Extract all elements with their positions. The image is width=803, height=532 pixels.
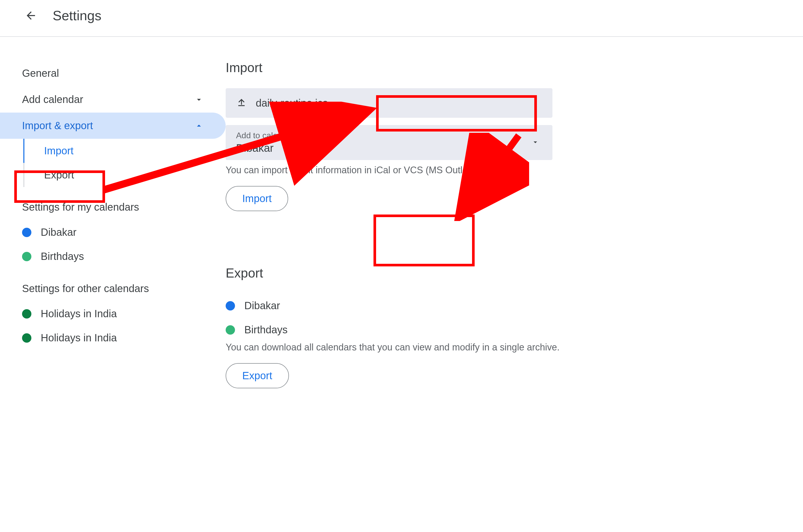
color-dot [22,333,32,343]
calendar-item-dibakar[interactable]: Dibakar [0,220,226,244]
export-calendar-list: Dibakar Birthdays [226,293,628,342]
add-to-calendar-dropdown[interactable]: Add to calendar Dibakar [226,125,552,160]
indicator-line [23,163,24,187]
export-calendar-birthdays: Birthdays [226,318,628,342]
export-calendar-dibakar: Dibakar [226,293,628,318]
color-dot [22,228,32,237]
sidebar-item-label: Import & export [22,120,93,132]
chevron-up-icon [194,121,204,131]
calendar-item-holidays-1[interactable]: Holidays in India [0,326,226,350]
calendar-item-holidays-0[interactable]: Holidays in India [0,302,226,326]
sidebar-item-label: General [22,68,59,79]
header: Settings [0,0,803,37]
page-title: Settings [53,8,101,23]
import-hint-text: You can import event information in iCal… [226,165,628,176]
sidebar-subitem-export[interactable]: Export [0,163,226,187]
sidebar-item-add-calendar[interactable]: Add calendar [0,87,226,113]
back-arrow-icon[interactable] [25,10,37,22]
color-dot [22,309,32,319]
calendar-label: Birthdays [244,324,288,336]
section-settings-my-calendars: Settings for my calendars [0,187,226,220]
chevron-down-icon [194,95,204,104]
sidebar: General Add calendar Import & export Imp… [0,37,226,388]
export-panel-title: Export [226,266,628,281]
export-hint-text: You can download all calendars that you … [226,342,628,353]
calendar-label: Dibakar [244,300,280,311]
export-button[interactable]: Export [226,363,289,388]
calendar-label: Birthdays [41,251,84,262]
sidebar-item-general[interactable]: General [0,60,226,87]
color-dot [226,301,235,310]
sidebar-item-label: Add calendar [22,94,83,105]
export-section: Export Dibakar Birthdays You can downloa… [226,266,628,388]
sidebar-subitem-import[interactable]: Import [0,139,226,163]
import-button[interactable]: Import [226,186,288,211]
content: General Add calendar Import & export Imp… [0,37,803,388]
calendar-label: Dibakar [41,226,77,238]
section-settings-other-calendars: Settings for other calendars [0,268,226,302]
main-panel: Import daily-routine.ics Add to calendar… [226,37,654,388]
dropdown-caret-icon [531,138,539,147]
color-dot [22,252,32,261]
file-select-row[interactable]: daily-routine.ics [226,88,552,118]
sidebar-subitem-label: Export [44,169,74,181]
calendar-label: Holidays in India [41,308,117,320]
import-button-label: Import [242,193,271,204]
selected-file-name: daily-routine.ics [256,97,328,109]
dropdown-value: Dibakar [236,142,542,154]
export-button-label: Export [242,370,272,382]
import-panel-title: Import [226,60,628,75]
sidebar-item-import-export[interactable]: Import & export [0,113,226,139]
dropdown-label: Add to calendar [236,131,542,140]
sidebar-subitem-label: Import [44,145,73,157]
color-dot [226,325,235,335]
active-indicator [23,139,24,163]
calendar-label: Holidays in India [41,332,117,344]
calendar-item-birthdays[interactable]: Birthdays [0,244,226,268]
upload-icon [236,97,247,109]
